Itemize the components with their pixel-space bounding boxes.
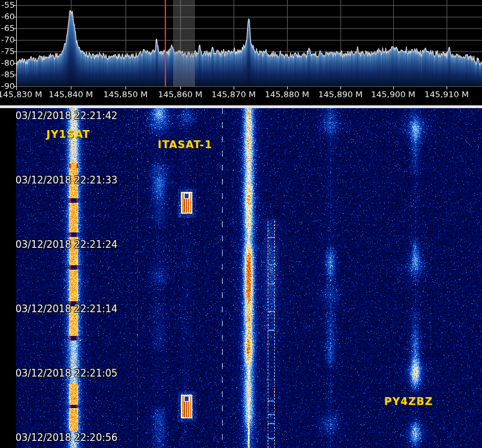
freq-tick-label: 145,860 M — [158, 90, 202, 98]
waterfall-timestamp: 03/12/2018 22:21:05 — [15, 368, 118, 378]
waterfall-timestamp: 03/12/2018 22:20:56 — [15, 433, 118, 443]
waterfall-timestamp: 03/12/2018 22:21:33 — [15, 175, 118, 185]
db-tick-label: -80 — [0, 59, 15, 67]
freq-tick-label: 145,830 M — [0, 90, 42, 98]
db-tick-label: -55 — [0, 1, 15, 9]
freq-tick-label: 145,880 M — [264, 90, 309, 98]
db-tick-label: -60 — [0, 12, 15, 21]
waterfall-timestamp: 03/12/2018 22:21:14 — [15, 304, 118, 314]
db-tick-label: -70 — [0, 35, 15, 44]
waterfall-timestamp: 03/12/2018 22:21:24 — [15, 239, 118, 250]
db-tick-label: -65 — [0, 24, 15, 32]
db-tick-label: -85 — [0, 70, 15, 79]
freq-tick-label: 145,910 M — [424, 90, 468, 98]
sdr-display: -55-60-65-70-75-80-85-90 145,830 M145,84… — [0, 0, 482, 448]
db-tick-label: -75 — [0, 47, 15, 55]
waterfall-timestamp: 03/12/2018 22:21:42 — [15, 111, 118, 121]
freq-tick-label: 145,870 M — [211, 90, 255, 98]
freq-tick-label: 145,900 M — [371, 90, 415, 98]
freq-tick-label: 145,840 M — [48, 90, 93, 98]
satellite-label: JY1SAT — [46, 129, 90, 140]
satellite-label: PY4ZBZ — [384, 396, 433, 407]
satellite-label: ITASAT-1 — [158, 139, 212, 150]
freq-tick-label: 145,850 M — [103, 90, 147, 98]
freq-tick-label: 145,890 M — [318, 90, 362, 98]
